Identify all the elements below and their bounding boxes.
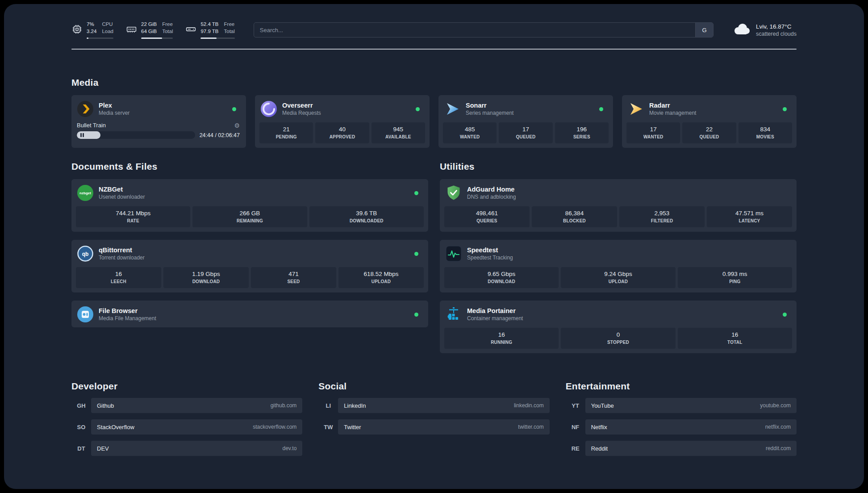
filebrowser-icon [77, 306, 94, 323]
section-title-media: Media [71, 77, 797, 88]
bookmark-netflix[interactable]: NF Netflix netflix.com [566, 419, 797, 435]
documents-column: Documents & Files nzbget NZBGet Usenet d… [71, 161, 428, 327]
pause-icon[interactable] [80, 133, 84, 137]
section-title-utilities: Utilities [440, 161, 797, 172]
stat-wanted: 17 WANTED [626, 122, 680, 143]
status-dot [232, 107, 236, 111]
gear-icon[interactable]: ⚙ [234, 122, 240, 129]
stat-queries: 498,461 QUERIES [444, 206, 530, 227]
disk-bar [200, 38, 234, 39]
service-name: Radarr [649, 102, 696, 109]
plex-icon [77, 100, 94, 117]
bookmark-stackoverflow[interactable]: SO StackOverflow stackoverflow.com [71, 419, 302, 435]
status-dot [414, 313, 418, 317]
nzbget-icon: nzbget [77, 184, 94, 201]
service-card-qbittorrent[interactable]: qb qBittorrent Torrent downloader 16 LEE… [71, 240, 428, 292]
service-subtitle: Movie management [649, 110, 696, 116]
adguard-icon [445, 184, 462, 201]
service-card-nzbget[interactable]: nzbget NZBGet Usenet downloader 744.21 M… [71, 179, 428, 232]
service-card-plex[interactable]: Plex Media server Bullet Train ⚙ [71, 95, 246, 148]
playback-time: 24:44 / 02:06:47 [200, 132, 240, 138]
weather-condition: scattered clouds [756, 31, 797, 37]
stat-wanted: 485 WANTED [443, 122, 497, 143]
service-subtitle: Series management [466, 110, 513, 116]
stat-download: 1.19 Gbps DOWNLOAD [163, 267, 249, 288]
bookmark-reddit[interactable]: RE Reddit reddit.com [566, 441, 797, 456]
search-provider-button[interactable]: G [695, 23, 713, 37]
memory-total-label: Total [162, 28, 173, 35]
stat-queued: 22 QUEUED [682, 122, 736, 143]
service-name: NZBGet [99, 186, 145, 193]
stat-available: 945 AVAILABLE [371, 122, 425, 143]
disk-free-label: Free [224, 21, 235, 28]
service-card-speedtest[interactable]: Speedtest Speedtest Tracking 9.65 Gbps D… [440, 240, 797, 292]
bookmark-abbr: DT [71, 441, 91, 456]
memory-icon [126, 24, 137, 37]
svg-text:qb: qb [82, 251, 89, 257]
search-input[interactable] [254, 23, 695, 37]
playback-progress-bar[interactable] [77, 131, 195, 139]
bookmark-twitter[interactable]: TW Twitter twitter.com [318, 419, 549, 435]
stat-series: 196 SERIES [555, 122, 609, 143]
cloud-icon [732, 22, 751, 38]
cpu-label: CPU [102, 21, 113, 28]
weather-widget[interactable]: Lviv, 16.87°C scattered clouds [732, 22, 797, 38]
service-subtitle: Media server [99, 110, 129, 116]
stat-movies: 834 MOVIES [739, 122, 792, 143]
section-title-entertainment: Entertainment [566, 381, 797, 392]
service-card-adguard[interactable]: AdGuard Home DNS and adblocking 498,461 … [440, 179, 797, 232]
service-name: File Browser [99, 307, 156, 314]
stat-total: 16 TOTAL [678, 328, 792, 349]
service-subtitle: Speedtest Tracking [467, 255, 513, 261]
service-card-overseerr[interactable]: Overseerr Media Requests 21 PENDING 40 A… [255, 95, 430, 148]
service-card-sonarr[interactable]: Sonarr Series management 485 WANTED 17 Q… [438, 95, 613, 148]
service-card-filebrowser[interactable]: File Browser Media File Management [71, 301, 428, 327]
stat-download: 9.65 Gbps DOWNLOAD [444, 267, 559, 288]
bookmark-github[interactable]: GH Github github.com [71, 398, 302, 413]
bookmark-linkedin[interactable]: LI LinkedIn linkedin.com [318, 398, 549, 413]
status-dot [416, 107, 420, 111]
disk-icon [185, 24, 196, 37]
bookmark-group-entertainment: Entertainment YT YouTube youtube.com NF … [566, 381, 797, 456]
disk-total-label: Total [224, 28, 235, 35]
service-name: Plex [99, 102, 129, 109]
bookmark-group-social: Social LI LinkedIn linkedin.com TW Twitt… [318, 381, 549, 456]
plex-now-playing: Bullet Train ⚙ 24:44 / 02:06:47 [76, 122, 242, 140]
stat-blocked: 86,384 BLOCKED [532, 206, 617, 227]
service-subtitle: Media File Management [99, 315, 156, 322]
stat-downloaded: 39.6 TB DOWNLOADED [309, 206, 424, 227]
service-card-radarr[interactable]: Radarr Movie management 17 WANTED 22 QUE… [622, 95, 797, 148]
service-subtitle: DNS and adblocking [467, 194, 516, 200]
sonarr-icon [444, 100, 461, 117]
service-name: Media Portainer [467, 307, 523, 314]
status-dot [414, 191, 418, 195]
service-subtitle: Container management [467, 315, 523, 322]
memory-free-label: Free [162, 21, 173, 28]
memory-bar [141, 38, 173, 39]
service-card-portainer[interactable]: Media Portainer Container management 16 … [440, 301, 797, 353]
cpu-load-label: Load [102, 28, 113, 35]
status-dot [599, 107, 603, 111]
stat-seed: 471 SEED [251, 267, 336, 288]
search-bar: G [254, 22, 714, 38]
weather-location: Lviv, 16.87°C [756, 23, 797, 30]
memory-total: 64 GiB [141, 28, 157, 35]
bookmark-dev[interactable]: DT DEV dev.to [71, 441, 302, 456]
service-name: Sonarr [466, 102, 513, 109]
service-subtitle: Torrent downloader [99, 255, 145, 261]
service-name: Speedtest [467, 246, 513, 254]
cpu-percent: 7% [87, 21, 96, 28]
disk-widget: 52.4 TB 97.9 TB Free Total [185, 21, 234, 38]
section-title-social: Social [318, 381, 549, 392]
stat-queued: 17 QUEUED [499, 122, 552, 143]
stat-latency: 47.571 ms LATENCY [707, 206, 792, 227]
service-name: qBittorrent [99, 246, 145, 254]
header-divider [71, 49, 797, 50]
now-playing-title: Bullet Train [77, 122, 106, 129]
bookmark-abbr: RE [566, 441, 585, 456]
top-bar: 7% 3.24 CPU Load [71, 19, 797, 41]
bookmark-abbr: NF [566, 419, 585, 435]
utilities-column: Utilities AdGuard Home DNS and [440, 161, 797, 353]
bookmark-youtube[interactable]: YT YouTube youtube.com [566, 398, 797, 413]
stat-rate: 744.21 Mbps RATE [76, 206, 190, 227]
